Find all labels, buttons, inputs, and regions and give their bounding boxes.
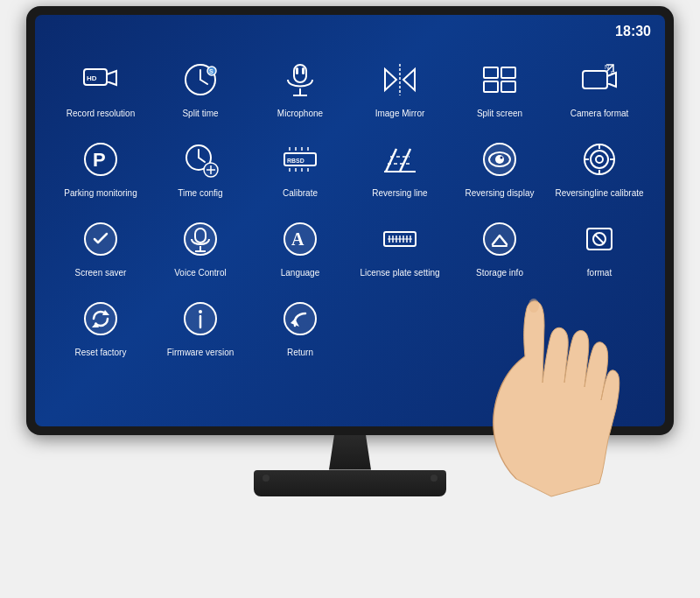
svg-rect-14 [484, 67, 498, 78]
menu-item-storage-info[interactable]: Storage info [452, 209, 548, 285]
svg-rect-18 [583, 71, 607, 88]
menu-label-reversing-display: Reversing display [466, 187, 535, 199]
menu-label-split-time: Split time [182, 108, 218, 119]
camera-format-icon: N P [577, 57, 622, 102]
menu-item-microphone[interactable]: Microphone [252, 50, 348, 126]
svg-marker-2 [107, 71, 116, 85]
parking-icon: P [78, 137, 123, 182]
svg-point-80 [199, 310, 202, 313]
hd-camera-icon: HD [78, 57, 123, 102]
menu-item-reversing-line[interactable]: Reversing line [352, 130, 448, 206]
svg-text:RBSD: RBSD [287, 158, 304, 164]
reversing-line-icon [377, 137, 423, 182]
menu-item-reversingline-calibrate[interactable]: Reversingline calibrate [551, 130, 648, 206]
menu-label-license-plate: License plate setting [360, 267, 439, 278]
menu-label-record-resolution: Record resolution [66, 108, 135, 119]
menu-label-split-screen: Split screen [477, 108, 522, 119]
storage-icon [477, 216, 522, 262]
image-mirror-icon [377, 57, 423, 102]
svg-point-70 [484, 223, 515, 255]
eye-icon [477, 137, 522, 182]
menu-label-voice-control: Voice Control [174, 267, 226, 278]
menu-label-calibrate: Calibrate [283, 187, 318, 199]
format-icon [577, 216, 622, 262]
svg-line-74 [595, 235, 604, 243]
svg-rect-12 [302, 67, 304, 74]
time-display: 18:30 [615, 24, 651, 39]
svg-rect-16 [484, 81, 498, 92]
menu-label-return: Return [287, 347, 313, 358]
svg-text:HD: HD [87, 74, 97, 82]
menu-label-format: format [587, 267, 612, 278]
time-config-icon [178, 137, 223, 182]
menu-grid: HD Record resolution S [35, 32, 665, 374]
monitor-base [254, 470, 446, 496]
svg-point-45 [495, 155, 504, 164]
menu-item-reversing-display[interactable]: Reversing display [452, 130, 548, 206]
monitor-bezel: 18:30 HD Record resolution [26, 6, 674, 435]
svg-point-49 [596, 156, 603, 163]
svg-text:A: A [291, 229, 304, 249]
monitor-wrapper: 18:30 HD Record resolution [9, 6, 691, 593]
menu-label-reset-factory: Reset factory [75, 347, 127, 358]
menu-label-time-config: Time config [178, 187, 222, 199]
menu-item-parking[interactable]: P Parking monitoring [52, 130, 149, 206]
menu-label-reversingline-calibrate: Reversingline calibrate [555, 187, 643, 199]
info-icon [178, 296, 223, 341]
menu-item-camera-format[interactable]: N P Camera format [551, 50, 648, 126]
menu-label-storage-info: Storage info [476, 267, 523, 278]
voice-icon [178, 216, 223, 262]
monitor-neck [324, 435, 376, 470]
svg-point-75 [85, 303, 116, 334]
calibrate-icon: RBSD [277, 137, 323, 182]
return-icon [277, 296, 323, 341]
menu-item-split-time[interactable]: S Split time [152, 50, 248, 126]
menu-item-language[interactable]: A Language [252, 209, 348, 285]
svg-point-46 [500, 156, 503, 158]
menu-item-voice-control[interactable]: Voice Control [152, 209, 248, 285]
menu-label-reversing-line: Reversing line [372, 187, 427, 199]
svg-rect-17 [501, 81, 515, 92]
menu-label-firmware: Firmware version [167, 347, 234, 358]
menu-item-reset-factory[interactable]: Reset factory [52, 289, 149, 365]
menu-label-camera-format: Camera format [570, 108, 629, 119]
menu-item-format[interactable]: format [551, 209, 648, 285]
menu-item-record-resolution[interactable]: HD Record resolution [52, 50, 149, 126]
menu-item-firmware[interactable]: Firmware version [152, 289, 248, 365]
svg-text:S: S [209, 68, 214, 74]
split-screen-icon [477, 57, 522, 102]
svg-rect-11 [296, 67, 298, 74]
menu-label-image-mirror: Image Mirror [375, 108, 425, 119]
svg-text:P: P [93, 149, 106, 171]
screen-saver-icon [78, 216, 123, 262]
menu-item-screen-saver[interactable]: Screen saver [52, 209, 149, 285]
svg-rect-15 [501, 67, 515, 78]
license-plate-icon [377, 216, 423, 262]
menu-item-image-mirror[interactable]: Image Mirror [352, 50, 448, 126]
menu-item-license-plate[interactable]: License plate setting [352, 209, 448, 285]
target-icon [577, 137, 622, 182]
microphone-icon [277, 57, 323, 102]
menu-label-screen-saver: Screen saver [75, 267, 127, 278]
language-icon: A [277, 216, 323, 262]
svg-line-5 [200, 80, 207, 84]
monitor-screen: 18:30 HD Record resolution [35, 15, 665, 426]
menu-label-microphone: Microphone [277, 108, 323, 119]
svg-line-26 [199, 158, 205, 162]
svg-point-47 [584, 144, 614, 174]
reset-icon [78, 296, 123, 341]
svg-point-81 [284, 303, 316, 334]
menu-item-split-screen[interactable]: Split screen [452, 50, 548, 126]
menu-item-time-config[interactable]: Time config [152, 130, 248, 206]
menu-item-return[interactable]: Return [252, 289, 348, 365]
menu-item-calibrate[interactable]: RBSD Calibrate [252, 130, 348, 206]
clock-icon: S [178, 57, 223, 102]
menu-label-parking: Parking monitoring [64, 187, 136, 199]
svg-point-48 [591, 151, 608, 168]
menu-label-language: Language [281, 267, 320, 278]
